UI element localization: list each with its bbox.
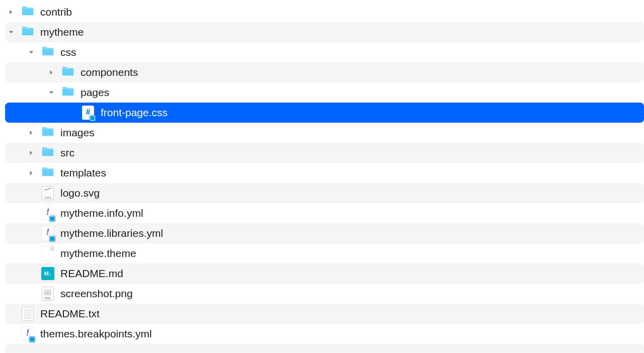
yml-file-icon: !	[42, 226, 54, 240]
row-icon: !	[20, 326, 35, 341]
row-label: pages	[80, 86, 109, 99]
row-icon: SVG	[40, 186, 55, 201]
txt-file-icon	[22, 307, 34, 321]
chevron-right-icon	[25, 268, 37, 280]
tree-row[interactable]: css	[5, 42, 644, 62]
chevron-right-icon	[25, 207, 37, 219]
folder-icon	[40, 164, 55, 182]
row-label: themes.breakpoints.yml	[40, 328, 152, 340]
tree-row[interactable]: !themes.breakpoints.yml	[5, 324, 644, 344]
folder-icon	[20, 24, 35, 41]
row-label: README.md	[60, 268, 123, 280]
tree-row[interactable]: components	[5, 62, 644, 82]
row-label: front-page.css	[101, 107, 168, 119]
row-icon	[60, 85, 75, 100]
chevron-right-icon	[25, 187, 37, 199]
png-file-icon: PNG	[42, 287, 54, 301]
chevron-right-icon	[5, 328, 17, 340]
row-icon	[20, 5, 35, 20]
row-icon	[20, 306, 35, 321]
chevron-right-icon	[25, 227, 37, 239]
folder-icon	[60, 64, 75, 81]
row-icon	[40, 246, 55, 261]
row-label: components	[80, 66, 138, 78]
yml-file-icon: !	[22, 327, 34, 341]
chevron-down-icon[interactable]	[5, 26, 17, 38]
chevron-right-icon	[5, 308, 17, 320]
folder-icon	[40, 44, 55, 61]
tree-row[interactable]: pages	[5, 82, 644, 103]
row-icon	[40, 45, 55, 60]
tree-row[interactable]: README.txt	[5, 304, 644, 324]
chevron-right-icon[interactable]	[25, 127, 37, 139]
tree-row[interactable]: SVGlogo.svg	[5, 183, 644, 203]
row-label: mytheme.info.yml	[60, 207, 143, 219]
chevron-right-icon	[65, 107, 77, 119]
chevron-down-icon[interactable]	[25, 46, 37, 58]
row-label: screenshot.png	[60, 288, 133, 300]
folder-icon	[20, 4, 35, 21]
tree-row[interactable]: contrib	[5, 2, 644, 22]
markdown-file-icon: M↓	[41, 267, 54, 280]
row-label: logo.svg	[60, 187, 100, 199]
row-icon	[40, 125, 55, 140]
tree-row[interactable]	[5, 344, 644, 353]
chevron-right-icon[interactable]	[45, 66, 57, 78]
generic-file-icon	[42, 246, 54, 260]
tree-row[interactable]: #front-page.css	[5, 103, 644, 123]
css-file-icon: #	[82, 106, 94, 120]
tree-row[interactable]: !mytheme.libraries.yml	[5, 223, 644, 243]
chevron-down-icon[interactable]	[45, 86, 57, 99]
chevron-right-icon	[25, 288, 37, 300]
row-icon: PNG	[40, 286, 55, 301]
tree-row[interactable]: templates	[5, 163, 644, 183]
chevron-right-icon[interactable]	[5, 6, 17, 18]
row-label: mytheme.libraries.yml	[60, 227, 163, 239]
row-label: templates	[60, 167, 106, 179]
yml-file-icon: !	[42, 206, 54, 220]
row-icon: !	[40, 206, 55, 221]
tree-row[interactable]: !mytheme.info.yml	[5, 203, 644, 223]
row-icon: M↓	[40, 266, 55, 281]
folder-icon	[40, 124, 55, 142]
row-label: css	[60, 46, 76, 58]
tree-row[interactable]: images	[5, 123, 644, 143]
tree-row[interactable]: mytheme.theme	[5, 243, 644, 263]
chevron-right-icon[interactable]	[25, 167, 37, 179]
row-icon	[40, 145, 55, 160]
chevron-right-icon[interactable]	[25, 147, 37, 159]
folder-icon	[40, 144, 55, 162]
row-icon	[40, 165, 55, 181]
row-label: src	[60, 147, 74, 159]
tree-row[interactable]: M↓README.md	[5, 263, 644, 284]
tree-row[interactable]: src	[5, 143, 644, 163]
row-label: images	[60, 127, 95, 139]
svg-file-icon: SVG	[42, 186, 54, 200]
row-label: mytheme.theme	[60, 247, 136, 259]
row-icon: !	[40, 226, 55, 241]
tree-row[interactable]: mytheme	[5, 22, 644, 42]
chevron-right-icon	[5, 348, 17, 353]
folder-icon	[60, 84, 75, 102]
file-tree: contribmythemecsscomponentspages#front-p…	[0, 0, 644, 353]
row-label: README.txt	[40, 308, 100, 320]
row-icon: #	[80, 105, 96, 120]
tree-row[interactable]: PNGscreenshot.png	[5, 284, 644, 304]
chevron-right-icon	[25, 247, 37, 259]
row-icon	[20, 25, 35, 40]
row-label: mytheme	[40, 26, 84, 38]
row-icon	[60, 65, 75, 80]
row-label: contrib	[40, 6, 72, 18]
